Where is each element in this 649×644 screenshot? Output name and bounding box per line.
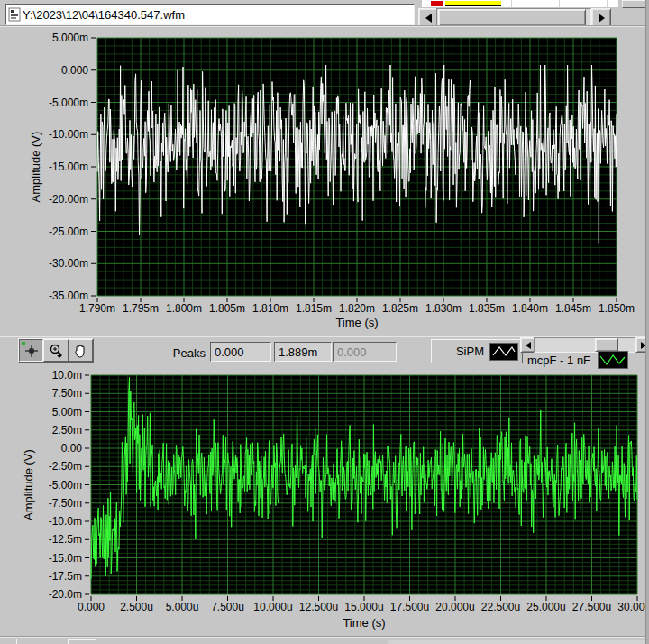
table-strip-red-mark (431, 1, 443, 6)
mcp-legend-waveform-icon[interactable] (598, 351, 628, 369)
graph-palette (18, 338, 94, 363)
svg-text:1.795m: 1.795m (123, 302, 159, 315)
clipped-scroll-button[interactable] (622, 0, 647, 8)
svg-text:1.845m: 1.845m (555, 302, 591, 315)
active-tool-indicator (22, 342, 25, 345)
left-arrow-icon (425, 14, 432, 23)
svg-text:-15.00m: -15.00m (49, 161, 88, 173)
cursor-tool-button[interactable] (19, 339, 43, 362)
svg-text:7.500u: 7.500u (211, 601, 244, 613)
sipm-legend-label: SiPM (456, 345, 484, 358)
svg-text:Amplitude (V): Amplitude (V) (22, 449, 35, 520)
svg-text:5.00m: 5.00m (52, 406, 82, 419)
wfm-file-path-input[interactable] (21, 8, 414, 22)
svg-text:27.500u: 27.500u (572, 601, 611, 613)
svg-text:1.825m: 1.825m (382, 302, 418, 315)
svg-text:-10.00m: -10.00m (49, 128, 88, 141)
clipped-bottom-palette (16, 639, 69, 644)
crosshair-icon (24, 344, 39, 358)
sipm-plot-legend[interactable]: SiPM (431, 339, 523, 363)
svg-text:1.820m: 1.820m (339, 302, 375, 315)
svg-text:30.000u: 30.000u (617, 601, 649, 613)
sipm-waveform-graph[interactable]: 5.000m0.000-5.000m-10.00m-15.00m-20.00m-… (0, 27, 649, 335)
svg-text:-35.00m: -35.00m (49, 290, 88, 302)
svg-text:-10.0m: -10.0m (49, 515, 82, 528)
labview-front-panel: 5.000m0.000-5.000m-10.00m-15.00m-20.00m-… (0, 0, 649, 644)
mcp-legend-label: mcpF - 1 nF (527, 354, 590, 367)
svg-text:-5.000m: -5.000m (49, 97, 88, 109)
mcp-plot-legend[interactable]: mcpF - 1 nF (522, 351, 649, 369)
clipped-table-strip (422, 0, 618, 7)
plot-selector-scrollbar[interactable] (520, 337, 649, 351)
scroll-right-button[interactable] (591, 8, 611, 27)
svg-text:5.000u: 5.000u (166, 601, 199, 613)
svg-text:1.800m: 1.800m (166, 302, 202, 315)
svg-text:-20.00m: -20.00m (49, 193, 88, 206)
svg-text:2.50m: 2.50m (52, 424, 82, 437)
svg-text:-5.00m: -5.00m (49, 479, 82, 492)
svg-text:-17.5m: -17.5m (49, 570, 82, 583)
svg-text:5.000m: 5.000m (52, 32, 88, 44)
svg-text:-12.5m: -12.5m (49, 533, 82, 546)
svg-text:10.0m: 10.0m (52, 370, 82, 382)
svg-text:7.50m: 7.50m (52, 387, 82, 400)
svg-text:0.000: 0.000 (78, 601, 105, 613)
plot-scroll-thumb[interactable] (595, 338, 618, 352)
left-arrow-icon (526, 342, 531, 349)
svg-text:Time (s): Time (s) (343, 616, 385, 630)
svg-text:15.000u: 15.000u (344, 601, 383, 613)
svg-text:Amplitude (V): Amplitude (V) (29, 132, 42, 203)
svg-text:-25.00m: -25.00m (49, 225, 88, 238)
svg-text:1.790m: 1.790m (79, 302, 115, 315)
svg-text:0.000: 0.000 (61, 64, 88, 77)
svg-text:1.835m: 1.835m (469, 302, 505, 315)
svg-text:2.500u: 2.500u (120, 601, 153, 613)
sipm-legend-waveform-icon[interactable] (489, 343, 518, 361)
svg-text:-20.0m: -20.0m (49, 588, 82, 601)
svg-text:-15.0m: -15.0m (49, 552, 82, 565)
zoom-tool-button[interactable] (43, 339, 68, 362)
wfm-file-path-control[interactable] (5, 4, 415, 25)
svg-text:12.500u: 12.500u (299, 601, 338, 613)
table-strip-selected-cell (445, 1, 501, 6)
pan-tool-button[interactable] (69, 339, 93, 362)
scroll-left-button[interactable] (418, 8, 438, 27)
clipped-bottom-palette-2 (68, 639, 96, 644)
svg-text:17.500u: 17.500u (390, 601, 429, 613)
peak-value-1-field[interactable] (210, 342, 271, 362)
svg-text:20.000u: 20.000u (435, 601, 474, 613)
svg-text:1.815m: 1.815m (296, 302, 332, 315)
svg-text:10.000u: 10.000u (253, 601, 292, 613)
svg-text:-30.00m: -30.00m (49, 257, 88, 270)
svg-text:25.000u: 25.000u (526, 601, 565, 613)
path-type-icon (8, 7, 21, 22)
peaks-label: Peaks (135, 346, 206, 360)
svg-text:1.840m: 1.840m (512, 302, 548, 315)
peak-value-3-field[interactable] (333, 342, 397, 362)
svg-text:1.810m: 1.810m (252, 302, 288, 315)
scrollbar-thumb[interactable] (438, 9, 586, 26)
svg-text:22.500u: 22.500u (481, 601, 520, 613)
svg-text:1.850m: 1.850m (599, 302, 635, 315)
svg-text:0.00: 0.00 (61, 442, 83, 455)
svg-text:Time (s): Time (s) (335, 316, 378, 329)
mcp-waveform-graph[interactable]: 10.0m7.50m5.00m2.50m0.00-2.50m-5.00m-7.5… (0, 370, 649, 637)
file-scrollbar[interactable] (418, 8, 609, 25)
magnifier-icon (48, 343, 64, 359)
svg-text:1.805m: 1.805m (209, 302, 245, 315)
hand-icon (73, 344, 87, 358)
svg-text:-7.50m: -7.50m (49, 497, 82, 510)
svg-text:1.830m: 1.830m (425, 302, 462, 315)
peak-value-2-field[interactable] (274, 342, 332, 362)
svg-text:-2.50m: -2.50m (49, 460, 82, 473)
clipped-bottom-panel (388, 640, 645, 644)
right-arrow-icon (599, 14, 605, 23)
